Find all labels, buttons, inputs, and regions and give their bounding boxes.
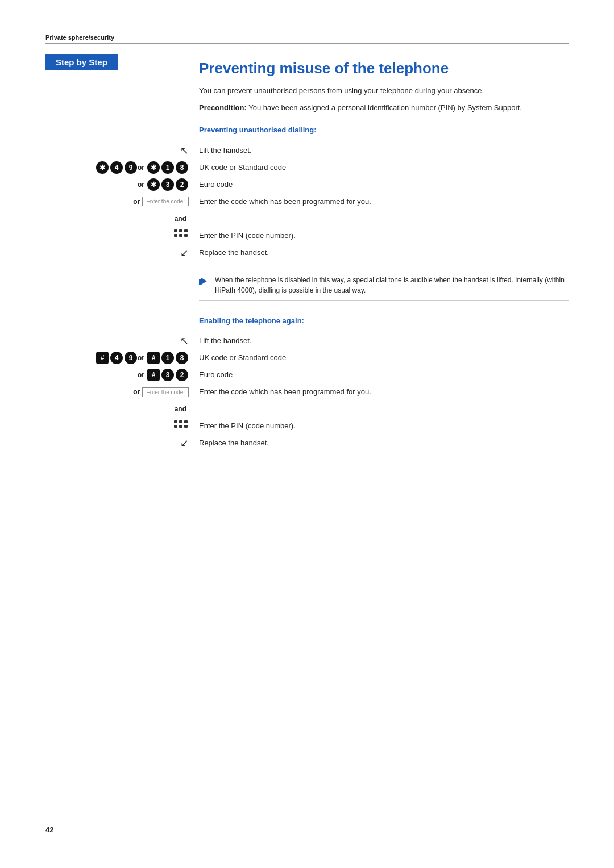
or-label-euro-1: or bbox=[138, 181, 144, 189]
section2-heading-row: Enabling the telephone again: bbox=[45, 312, 569, 332]
page-number: 42 bbox=[45, 825, 53, 834]
pin-row-1: Enter the PIN (code number). bbox=[45, 228, 569, 244]
section2-heading-left bbox=[45, 312, 193, 332]
pin-text-2: Enter the PIN (code number). bbox=[193, 418, 569, 434]
pin-keyboard-icon-1 bbox=[173, 228, 189, 243]
digit-3-icon-1: 3 bbox=[161, 178, 174, 191]
digit-2-icon-1: 2 bbox=[176, 178, 188, 191]
digit-2-icon-2: 2 bbox=[176, 369, 188, 381]
or-input-text-2: Enter the code which has been programmed… bbox=[193, 384, 569, 400]
section-header-text: Private sphere/security bbox=[45, 34, 114, 41]
step-box-label: Step by Step bbox=[56, 57, 107, 67]
lift-handset-icon-2: ↗ bbox=[180, 335, 189, 347]
replace-handset-text-1: Replace the handset. bbox=[193, 245, 569, 261]
star-icon-1: ✱ bbox=[96, 161, 109, 174]
and-right-2 bbox=[193, 401, 569, 417]
star-icon-3: ✱ bbox=[147, 178, 160, 191]
or-label-euro-2: or bbox=[138, 371, 144, 379]
note-right: When the telephone is disabled in this w… bbox=[193, 264, 569, 306]
section2-heading: Enabling the telephone again: bbox=[199, 315, 304, 327]
lift-handset-row-2: ↗ Lift the handset. bbox=[45, 333, 569, 349]
and-cell-1: and bbox=[45, 211, 193, 227]
svg-rect-10 bbox=[184, 420, 188, 423]
code-input-box-2[interactable]: Enter the code! bbox=[142, 387, 189, 397]
section1-heading-row: Preventing unauthorised dialling: bbox=[45, 121, 569, 141]
svg-marker-7 bbox=[201, 278, 207, 285]
digit-1-icon-2: 1 bbox=[161, 352, 174, 364]
star-1-8-icons: ✱ 1 8 bbox=[147, 161, 189, 174]
lift-handset-icon-1: ↗ bbox=[180, 144, 189, 157]
step-by-step-box: Step by Step bbox=[45, 54, 118, 70]
replace-handset-icon-1: ↙ bbox=[180, 247, 189, 259]
svg-rect-6 bbox=[199, 279, 201, 285]
section1-heading: Preventing unauthorised dialling: bbox=[199, 124, 317, 136]
hash-icon-3: # bbox=[147, 369, 160, 381]
note-icon bbox=[199, 276, 210, 291]
svg-rect-4 bbox=[179, 234, 182, 237]
or-label-input-2: or bbox=[133, 388, 140, 396]
uk-code-row-1: ✱ 4 9 or ✱ 1 8 UK code or Standard code bbox=[45, 160, 569, 176]
euro-code-row-2: or # 3 2 Euro code bbox=[45, 367, 569, 383]
and-row-2: and bbox=[45, 401, 569, 417]
lift-handset-text-1: Lift the handset. bbox=[193, 143, 569, 158]
section-header: Private sphere/security bbox=[45, 34, 569, 44]
replace-icon-cell-1: ↙ bbox=[45, 245, 193, 261]
and-label-2: and bbox=[175, 405, 186, 413]
replace-icon-cell-2: ↙ bbox=[45, 435, 193, 451]
lift-handset-row-1: ↗ Lift the handset. bbox=[45, 143, 569, 158]
and-row-1: and bbox=[45, 211, 569, 227]
hash-1-8-icons: # 1 8 bbox=[147, 352, 189, 364]
or-input-row-2: or Enter the code! Enter the code which … bbox=[45, 384, 569, 400]
digit-1-icon-1: 1 bbox=[161, 161, 174, 174]
pin-keyboard-icon-2 bbox=[173, 419, 189, 433]
page-container: Private sphere/security Step by Step Pre… bbox=[0, 0, 614, 498]
svg-rect-5 bbox=[184, 234, 188, 237]
lift-icon-cell-2: ↗ bbox=[45, 333, 193, 349]
svg-rect-11 bbox=[174, 425, 177, 428]
hash-icon-2: # bbox=[147, 352, 160, 364]
section1-heading-right: Preventing unauthorised dialling: bbox=[193, 121, 569, 141]
or-input-text-1: Enter the code which has been programmed… bbox=[193, 194, 569, 210]
uk-code-icons-cell-2: # 4 9 or # 1 8 bbox=[45, 350, 193, 366]
svg-rect-13 bbox=[184, 425, 188, 428]
or-input-row-1: or Enter the code! Enter the code which … bbox=[45, 194, 569, 210]
pin-row-2: Enter the PIN (code number). bbox=[45, 418, 569, 434]
page-title: Preventing misuse of the telephone bbox=[199, 60, 569, 77]
right-column: Preventing misuse of the telephone You c… bbox=[193, 54, 569, 121]
replace-handset-text-2: Replace the handset. bbox=[193, 435, 569, 451]
left-column: Step by Step bbox=[45, 54, 193, 121]
note-row: When the telephone is disabled in this w… bbox=[45, 264, 569, 306]
and-label-1: and bbox=[175, 215, 186, 223]
section1-heading-left bbox=[45, 121, 193, 141]
uk-code-icons-cell-1: ✱ 4 9 or ✱ 1 8 bbox=[45, 160, 193, 176]
pin-icon-cell-1 bbox=[45, 228, 193, 244]
section1: Preventing unauthorised dialling: ↗ Lift… bbox=[45, 121, 569, 306]
star-icon-2: ✱ bbox=[147, 161, 160, 174]
uk-code-row-2: # 4 9 or # 1 8 UK code or Standard code bbox=[45, 350, 569, 366]
digit-9-icon-1: 9 bbox=[125, 161, 137, 174]
pin-text-1: Enter the PIN (code number). bbox=[193, 228, 569, 244]
svg-rect-3 bbox=[174, 234, 177, 237]
or-label-inline-1: or bbox=[138, 164, 144, 172]
or-label-inline-2: or bbox=[138, 354, 144, 362]
lift-handset-text-2: Lift the handset. bbox=[193, 333, 569, 349]
section2: Enabling the telephone again: ↗ Lift the… bbox=[45, 312, 569, 452]
precondition: Precondition: You have been assigned a p… bbox=[199, 102, 569, 114]
svg-rect-2 bbox=[184, 229, 188, 232]
digit-8-icon-2: 8 bbox=[176, 352, 188, 364]
svg-rect-0 bbox=[174, 229, 177, 232]
euro-code-icons-cell-1: or ✱ 3 2 bbox=[45, 177, 193, 193]
code-input-box-1[interactable]: Enter the code! bbox=[142, 197, 189, 206]
or-input-cell-1: or Enter the code! bbox=[45, 194, 193, 210]
euro-code-text-2: Euro code bbox=[193, 367, 569, 383]
replace-handset-icon-2: ↙ bbox=[180, 437, 189, 449]
replace-handset-row-2: ↙ Replace the handset. bbox=[45, 435, 569, 451]
uk-code-text-1: UK code or Standard code bbox=[193, 160, 569, 176]
and-right-1 bbox=[193, 211, 569, 227]
euro-code-row-1: or ✱ 3 2 Euro code bbox=[45, 177, 569, 193]
intro-text: You can prevent unauthorised persons fro… bbox=[199, 85, 569, 97]
star-4-9-icons: ✱ 4 9 bbox=[96, 161, 138, 174]
lift-icon-cell-1: ↗ bbox=[45, 143, 193, 158]
precondition-text: You have been assigned a personal identi… bbox=[248, 103, 522, 112]
digit-9-icon-2: 9 bbox=[125, 352, 137, 364]
